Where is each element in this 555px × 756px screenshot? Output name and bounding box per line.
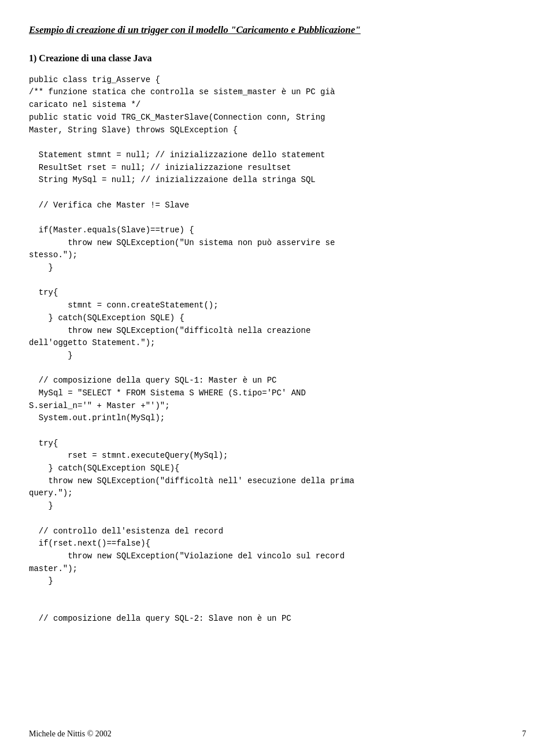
footer-right: 7 <box>522 729 526 739</box>
footer: Michele de Nittis © 2002 7 <box>29 729 526 739</box>
code-block: public class trig_Asserve { /** funzione… <box>29 74 526 625</box>
page-title: Esempio di creazione di un trigger con i… <box>29 23 526 37</box>
footer-left: Michele de Nittis © 2002 <box>29 729 112 739</box>
section-heading: 1) Creazione di una classe Java <box>29 53 526 64</box>
